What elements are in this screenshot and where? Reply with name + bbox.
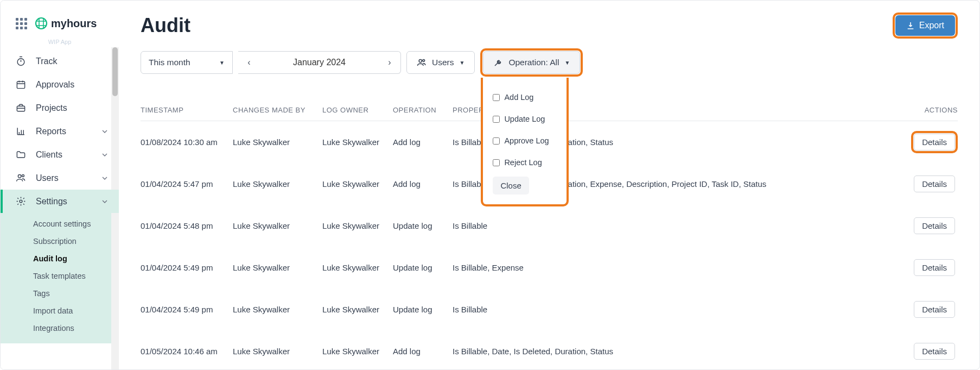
sidebar-item-approvals[interactable]: Approvals: [1, 73, 119, 96]
settings-sub-item[interactable]: Audit log: [1, 250, 119, 267]
prev-month-button[interactable]: ‹: [238, 58, 260, 67]
settings-submenu: Account settingsSubscriptionAudit logTas…: [1, 213, 119, 343]
folder-icon: [16, 149, 26, 160]
chevron-down-icon: [100, 150, 109, 159]
sidebar-item-label: Users: [36, 173, 59, 183]
calendar-icon: [16, 79, 26, 90]
operation-checkbox[interactable]: [493, 137, 500, 145]
cell-properties: Is Billable, Expense: [453, 263, 909, 272]
cell-timestamp: 01/04/2024 5:49 pm: [141, 305, 233, 314]
caret-down-icon: ▼: [564, 60, 570, 66]
chevron-down-icon: [100, 174, 109, 183]
cell-log-owner: Luke Skywalker: [322, 179, 393, 189]
details-highlight: Details: [911, 215, 958, 237]
cell-properties: Is Billable: [453, 305, 909, 314]
cell-timestamp: 01/04/2024 5:47 pm: [141, 179, 233, 189]
header-timestamp: TIMESTAMP: [141, 106, 233, 114]
close-button[interactable]: Close: [493, 177, 529, 195]
sidebar-item-track[interactable]: Track: [1, 49, 119, 73]
operation-option[interactable]: Update Log: [493, 108, 557, 130]
main-content: Audit Export This month ▼ ‹ January 2024…: [119, 1, 979, 369]
settings-sub-item[interactable]: Integrations: [1, 319, 119, 337]
next-month-button[interactable]: ›: [379, 58, 400, 67]
sidebar-item-users[interactable]: Users: [1, 166, 119, 190]
settings-sub-item[interactable]: Tags: [1, 285, 119, 302]
settings-sub-item[interactable]: Task templates: [1, 267, 119, 285]
stopwatch-icon: [16, 56, 26, 66]
month-navigator: ‹ January 2024 ›: [238, 51, 401, 74]
sidebar-item-projects[interactable]: Projects: [1, 96, 119, 120]
wip-label: WIP App: [1, 35, 119, 47]
details-button[interactable]: Details: [914, 301, 955, 318]
cell-operation: Add log: [393, 137, 453, 147]
operation-filter[interactable]: Operation: All ▼: [483, 51, 580, 74]
sidebar-item-clients[interactable]: Clients: [1, 143, 119, 166]
chart-icon: [16, 126, 26, 136]
sidebar-item-reports[interactable]: Reports: [1, 120, 119, 143]
operation-option[interactable]: Reject Log: [493, 152, 557, 173]
chevron-down-icon: [100, 197, 109, 206]
users-filter[interactable]: Users ▼: [406, 51, 475, 74]
cell-actions: Details: [909, 131, 958, 153]
operation-option-label: Update Log: [504, 115, 545, 123]
operation-option[interactable]: Add Log: [493, 86, 557, 108]
cell-properties: Is Billable: [453, 221, 909, 230]
gear-icon: [16, 196, 26, 206]
operation-checkbox[interactable]: [493, 159, 500, 166]
operation-checkbox[interactable]: [493, 94, 500, 101]
settings-sub-item[interactable]: Subscription: [1, 233, 119, 250]
operation-checkbox[interactable]: [493, 116, 500, 123]
details-button[interactable]: Details: [914, 343, 955, 360]
wrench-icon: [493, 58, 503, 67]
cell-log-owner: Luke Skywalker: [322, 263, 393, 272]
period-selector[interactable]: This month ▼: [141, 51, 233, 74]
page-title: Audit: [141, 14, 190, 37]
operation-filter-label: Operation: All: [508, 58, 559, 67]
header-changes-by: CHANGES MADE BY: [233, 106, 322, 114]
details-highlight: Details: [911, 298, 958, 321]
cell-actions: Details: [909, 298, 958, 321]
export-button[interactable]: Export: [895, 15, 955, 36]
cell-properties: Is Billable, Date, Is Deleted, Duration,…: [453, 347, 909, 356]
sidebar-item-label: Settings: [36, 197, 67, 206]
cell-operation: Add log: [393, 179, 453, 189]
cell-actions: Details: [909, 340, 958, 362]
caret-down-icon: ▼: [219, 60, 225, 66]
details-button[interactable]: Details: [914, 259, 955, 276]
download-icon: [906, 21, 915, 30]
users-filter-label: Users: [432, 58, 454, 67]
details-button[interactable]: Details: [914, 175, 955, 192]
caret-down-icon: ▼: [459, 60, 464, 66]
sidebar-item-settings[interactable]: Settings: [1, 190, 119, 213]
cell-log-owner: Luke Skywalker: [322, 221, 393, 230]
sidebar-item-label: Projects: [36, 103, 67, 113]
export-highlight: Export: [893, 12, 958, 39]
brand-name: myhours: [51, 17, 97, 30]
logo-icon: [35, 17, 48, 30]
main-nav: TrackApprovalsProjectsReportsClientsUser…: [1, 47, 119, 213]
details-button[interactable]: Details: [914, 217, 955, 234]
header-log-owner: LOG OWNER: [322, 106, 393, 114]
apps-grid-icon[interactable]: [16, 18, 27, 29]
users-icon: [16, 173, 26, 183]
users-icon: [417, 58, 427, 67]
svg-rect-3: [17, 106, 24, 111]
header-operation: OPERATION: [393, 106, 453, 114]
settings-sub-item[interactable]: Import data: [1, 302, 119, 319]
cell-changes-by: Luke Skywalker: [233, 263, 322, 272]
cell-actions: Details: [909, 215, 958, 237]
cell-timestamp: 01/04/2024 5:49 pm: [141, 263, 233, 272]
operation-option[interactable]: Approve Log: [493, 130, 557, 152]
briefcase-icon: [16, 103, 26, 113]
details-button[interactable]: Details: [914, 134, 955, 150]
brand-logo[interactable]: myhours: [35, 17, 97, 30]
svg-point-6: [20, 200, 22, 203]
svg-point-4: [18, 175, 21, 178]
svg-point-5: [22, 175, 24, 177]
settings-sub-item[interactable]: Account settings: [1, 215, 119, 233]
cell-timestamp: 01/04/2024 5:48 pm: [141, 221, 233, 230]
cell-operation: Update log: [393, 263, 453, 272]
cell-log-owner: Luke Skywalker: [322, 347, 393, 356]
details-highlight: Details: [911, 340, 958, 362]
sidebar-item-label: Track: [36, 57, 57, 66]
